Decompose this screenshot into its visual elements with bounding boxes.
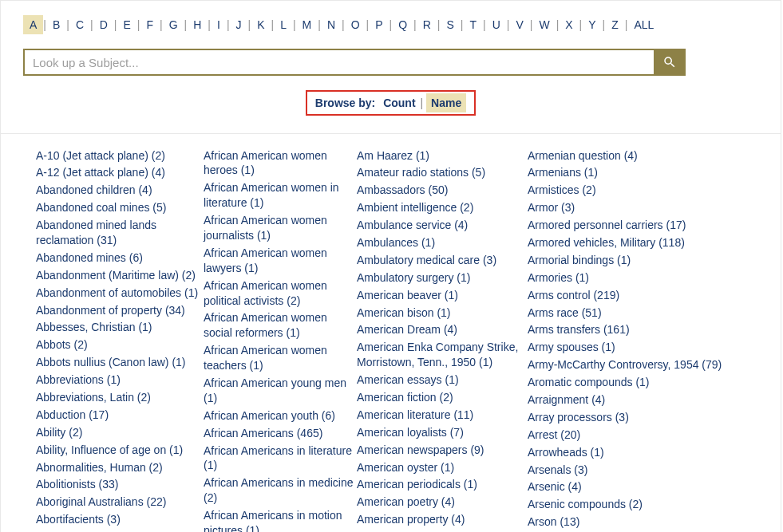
alpha-letter-w[interactable]: W — [532, 15, 556, 34]
subject-link[interactable]: A-12 (Jet attack plane) (4) — [36, 164, 204, 182]
subject-link[interactable]: American essays (1) — [357, 372, 528, 389]
subject-link[interactable]: Arson (13) — [528, 514, 735, 531]
subject-link[interactable]: African American women heroes (1) — [204, 147, 357, 179]
subject-link[interactable]: Ability (2) — [36, 424, 204, 441]
subject-link[interactable]: Ambulances (1) — [357, 234, 528, 251]
subject-link[interactable]: Arms control (219) — [528, 286, 735, 304]
subject-link[interactable]: American poetry (4) — [357, 494, 528, 511]
subject-link[interactable]: African American young men (1) — [204, 374, 357, 407]
subject-link[interactable]: Abbots nullius (Canon law) (1) — [36, 354, 204, 372]
subject-link[interactable]: Armor (3) — [528, 199, 735, 217]
alpha-letter-x[interactable]: X — [559, 15, 579, 34]
subject-link[interactable]: American property (4) — [357, 511, 528, 529]
alpha-letter-n[interactable]: N — [321, 15, 342, 34]
subject-link[interactable]: Arsenals (3) — [528, 461, 735, 479]
alpha-letter-z[interactable]: Z — [605, 15, 625, 34]
subject-link[interactable]: Abandoned mines (6) — [36, 249, 204, 266]
subject-link[interactable]: African Americans in literature (1) — [204, 442, 357, 475]
subject-link[interactable]: African American women political activis… — [204, 277, 357, 309]
alpha-letter-b[interactable]: B — [46, 15, 66, 34]
subject-link[interactable]: Aromatic compounds (1) — [528, 374, 735, 392]
subject-link[interactable]: Armorial bindings (1) — [528, 251, 735, 269]
subject-link[interactable]: African American women teachers (1) — [204, 342, 357, 375]
subject-link[interactable]: Abandonment of automobiles (1) — [36, 284, 204, 301]
subject-link[interactable]: American literature (11) — [357, 406, 528, 424]
browse-by-name[interactable]: Name — [426, 93, 466, 112]
alpha-letter-f[interactable]: F — [140, 15, 160, 34]
subject-link[interactable]: Abbreviations (1) — [36, 372, 204, 389]
subject-link[interactable]: Arraignment (4) — [528, 391, 735, 408]
subject-link[interactable]: American periodicals (1) — [357, 476, 528, 494]
alpha-letter-r[interactable]: R — [417, 15, 437, 34]
alpha-letter-i[interactable]: I — [211, 15, 227, 34]
alpha-letter-y[interactable]: Y — [582, 15, 602, 34]
subject-link[interactable]: Array processors (3) — [528, 408, 735, 426]
browse-by-count[interactable]: Count — [378, 93, 420, 112]
subject-link[interactable]: American prose literature (1) — [357, 529, 528, 532]
alpha-letter-p[interactable]: P — [369, 15, 389, 34]
subject-link[interactable]: African Americans in medicine (2) — [204, 475, 357, 507]
subject-link[interactable]: African American women social reformers … — [204, 309, 357, 342]
subject-link[interactable]: African American women in literature (1) — [204, 179, 357, 212]
subject-link[interactable]: American Enka Company Strike, Morristown… — [357, 339, 528, 372]
alpha-letter-e[interactable]: E — [117, 15, 137, 34]
search-button[interactable] — [654, 49, 686, 76]
search-input[interactable] — [23, 49, 654, 76]
subject-link[interactable]: Arms transfers (161) — [528, 321, 735, 339]
alpha-letter-q[interactable]: Q — [392, 15, 413, 34]
subject-link[interactable]: Armenians (1) — [528, 164, 735, 182]
subject-link[interactable]: Armories (1) — [528, 269, 735, 286]
subject-link[interactable]: Armistices (2) — [528, 182, 735, 199]
subject-link[interactable]: Abandoned coal mines (5) — [36, 199, 204, 217]
alpha-letter-u[interactable]: U — [486, 15, 507, 34]
alpha-letter-k[interactable]: K — [251, 15, 271, 34]
subject-link[interactable]: Abandonment (Maritime law) (2) — [36, 266, 204, 284]
subject-link[interactable]: American beaver (1) — [357, 286, 528, 304]
subject-link[interactable]: American bison (1) — [357, 304, 528, 321]
subject-link[interactable]: Ambulance service (4) — [357, 217, 528, 234]
subject-link[interactable]: Ability, Influence of age on (1) — [36, 441, 204, 459]
subject-link[interactable]: Amateur radio stations (5) — [357, 164, 528, 182]
subject-link[interactable]: African Americans in motion pictures (1) — [204, 507, 357, 532]
subject-link[interactable]: Abduction (17) — [36, 406, 204, 424]
alpha-letter-h[interactable]: H — [187, 15, 208, 34]
subject-link[interactable]: Abandoned children (4) — [36, 182, 204, 199]
subject-link[interactable]: Abortifacients (3) — [36, 511, 204, 529]
alpha-letter-a[interactable]: A — [23, 15, 43, 34]
subject-link[interactable]: Am Haarez (1) — [357, 147, 528, 164]
alpha-letter-g[interactable]: G — [163, 15, 184, 34]
subject-link[interactable]: Abandoned mined lands reclamation (31) — [36, 217, 204, 250]
subject-link[interactable]: Abortion (193) — [36, 529, 204, 532]
subject-link[interactable]: Abbots (2) — [36, 337, 204, 354]
subject-link[interactable]: Abolitionists (33) — [36, 476, 204, 494]
subject-link[interactable]: African Americans (465) — [204, 424, 357, 442]
subject-link[interactable]: Aboriginal Australians (22) — [36, 494, 204, 511]
alpha-letter-s[interactable]: S — [440, 15, 460, 34]
subject-link[interactable]: Arrowheads (1) — [528, 443, 735, 461]
subject-link[interactable]: African American women lawyers (1) — [204, 244, 357, 277]
subject-link[interactable]: Abbreviations, Latin (2) — [36, 388, 204, 406]
subject-link[interactable]: Ambulatory medical care (3) — [357, 251, 528, 269]
subject-link[interactable]: Army-McCarthy Controversy, 1954 (79) — [528, 357, 735, 374]
alpha-letter-m[interactable]: M — [296, 15, 318, 34]
subject-link[interactable]: Ambient intelligence (2) — [357, 199, 528, 217]
alpha-letter-all[interactable]: ALL — [627, 15, 660, 34]
subject-link[interactable]: Arms race (51) — [528, 304, 735, 321]
subject-link[interactable]: A-10 (Jet attack plane) (2) — [36, 147, 204, 164]
subject-link[interactable]: African American youth (6) — [204, 407, 357, 424]
alpha-letter-c[interactable]: C — [69, 15, 90, 34]
subject-link[interactable]: American fiction (2) — [357, 388, 528, 406]
alpha-letter-j[interactable]: J — [230, 15, 248, 34]
subject-link[interactable]: Armored personnel carriers (17) — [528, 217, 735, 234]
subject-link[interactable]: Abnormalities, Human (2) — [36, 459, 204, 476]
subject-link[interactable]: African American women journalists (1) — [204, 212, 357, 245]
subject-link[interactable]: American newspapers (9) — [357, 441, 528, 459]
alpha-letter-l[interactable]: L — [274, 15, 293, 34]
subject-link[interactable]: American loyalists (7) — [357, 424, 528, 441]
subject-link[interactable]: Ambulatory surgery (1) — [357, 269, 528, 286]
alpha-letter-d[interactable]: D — [93, 15, 114, 34]
subject-link[interactable]: Arrest (20) — [528, 426, 735, 443]
subject-link[interactable]: Abbesses, Christian (1) — [36, 319, 204, 337]
subject-link[interactable]: American Dream (4) — [357, 321, 528, 339]
subject-link[interactable]: Ambassadors (50) — [357, 182, 528, 199]
